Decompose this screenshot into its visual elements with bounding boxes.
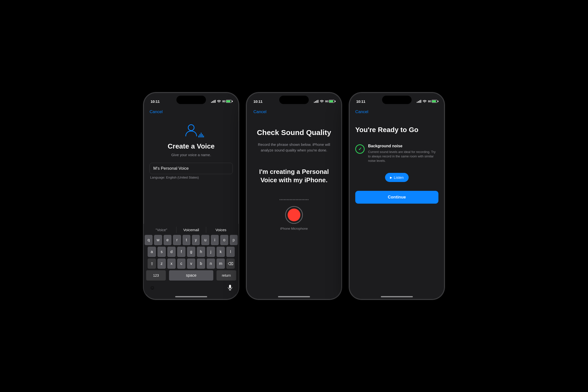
side-button-power bbox=[239, 147, 239, 169]
key-x[interactable]: x bbox=[167, 258, 176, 269]
noise-text-block: Background noise Current sound levels ar… bbox=[368, 144, 438, 163]
status-time-2: 10:11 bbox=[253, 99, 263, 104]
key-o[interactable]: o bbox=[220, 235, 228, 245]
side-button-vol-down bbox=[143, 162, 144, 178]
audio-waveform bbox=[279, 199, 309, 200]
key-c[interactable]: c bbox=[177, 258, 186, 269]
key-w[interactable]: w bbox=[154, 235, 162, 245]
key-return[interactable]: return bbox=[217, 270, 236, 280]
key-v[interactable]: v bbox=[187, 258, 195, 269]
check-sound-title: Check Sound Quality bbox=[257, 128, 331, 137]
listen-label: Listen bbox=[394, 175, 403, 180]
key-a[interactable]: a bbox=[148, 247, 156, 257]
phone2-frame: 10:11 80 bbox=[246, 92, 342, 300]
key-shift[interactable]: ⇧ bbox=[148, 258, 156, 269]
play-icon: ▶ bbox=[390, 176, 392, 179]
key-p[interactable]: p bbox=[230, 235, 238, 245]
autocomplete-row: "Voice" Voicemail Voices bbox=[145, 226, 238, 235]
check-sound-subtitle: Record the phrase shown below. iPhone wi… bbox=[253, 142, 335, 153]
phone3-screen: Cancel You're Ready to Go ✓ Background n… bbox=[349, 106, 444, 208]
home-indicator-2 bbox=[278, 296, 310, 297]
create-voice-subtitle: Give your voice a name. bbox=[171, 153, 211, 157]
key-s[interactable]: s bbox=[158, 247, 166, 257]
key-q[interactable]: q bbox=[145, 235, 153, 245]
phone1-frame: 10:11 80 bbox=[143, 92, 239, 300]
battery-icon-1: 80 bbox=[222, 100, 232, 103]
autocomplete-voice-quoted[interactable]: "Voice" bbox=[147, 227, 176, 233]
key-h[interactable]: h bbox=[197, 247, 205, 257]
wifi-icon-2 bbox=[320, 99, 324, 103]
ready-title: You're Ready to Go bbox=[355, 126, 418, 134]
key-e[interactable]: e bbox=[164, 235, 172, 245]
record-button[interactable] bbox=[285, 206, 303, 224]
listen-button[interactable]: ▶ Listen bbox=[385, 173, 408, 182]
phone3-mute bbox=[349, 132, 349, 141]
phone3-frame: 10:11 80 bbox=[349, 92, 445, 300]
wifi-icon-1 bbox=[217, 99, 221, 103]
phone3-vol-down bbox=[349, 162, 349, 178]
person-icon bbox=[184, 123, 199, 138]
key-123[interactable]: 123 bbox=[146, 270, 166, 280]
key-mic[interactable] bbox=[225, 282, 235, 293]
record-button-area: iPhone Microphone bbox=[280, 206, 308, 230]
kb-row-4: 123 space return bbox=[145, 270, 238, 280]
key-space[interactable]: space bbox=[169, 270, 213, 280]
autocomplete-voices[interactable]: Voices bbox=[206, 227, 236, 233]
status-icons-3: 80 bbox=[417, 99, 437, 103]
status-icons-1: 80 bbox=[211, 99, 232, 103]
phone3-vol-up bbox=[349, 144, 349, 160]
phone1-screen: Cancel Create a Voice Give your voice a … bbox=[144, 106, 239, 189]
key-emoji[interactable]: ☺ bbox=[147, 282, 158, 293]
cancel-button-2[interactable]: Cancel bbox=[253, 110, 266, 114]
dynamic-island-1 bbox=[176, 96, 206, 104]
noise-desc: Current sound levels are ideal for recor… bbox=[368, 150, 438, 163]
record-inner-dot bbox=[288, 208, 300, 221]
keyboard[interactable]: "Voice" Voicemail Voices q w e r t y u i… bbox=[144, 224, 239, 294]
cancel-button-1[interactable]: Cancel bbox=[150, 110, 163, 114]
status-time-1: 10:11 bbox=[151, 99, 160, 104]
key-u[interactable]: u bbox=[201, 235, 209, 245]
wifi-icon-3 bbox=[423, 99, 427, 103]
key-i[interactable]: i bbox=[211, 235, 219, 245]
home-indicator-1 bbox=[175, 296, 207, 297]
key-g[interactable]: g bbox=[187, 247, 195, 257]
side-button-vol-up bbox=[143, 144, 144, 160]
battery-icon-2: 80 bbox=[325, 100, 335, 103]
key-y[interactable]: y bbox=[192, 235, 200, 245]
svg-rect-1 bbox=[229, 285, 231, 288]
continue-button[interactable]: Continue bbox=[355, 191, 438, 204]
key-k[interactable]: k bbox=[217, 247, 225, 257]
create-voice-title: Create a Voice bbox=[168, 142, 215, 150]
phones-container: 10:11 80 bbox=[143, 92, 445, 300]
key-m[interactable]: m bbox=[217, 258, 225, 269]
voice-icon-area bbox=[184, 123, 199, 138]
home-indicator-3 bbox=[381, 296, 413, 297]
autocomplete-voicemail[interactable]: Voicemail bbox=[176, 227, 206, 233]
sound-waves-icon bbox=[198, 132, 204, 138]
phone2-vol-down bbox=[246, 162, 247, 178]
key-d[interactable]: d bbox=[167, 247, 176, 257]
voice-name-input[interactable]: M's Personal Voice bbox=[150, 163, 233, 174]
key-r[interactable]: r bbox=[173, 235, 181, 245]
phone2-mute bbox=[246, 132, 247, 141]
signal-icon-2 bbox=[314, 100, 318, 103]
recording-phrase: I'm creating a Personal Voice with my iP… bbox=[253, 168, 335, 184]
kb-row-2: a s d f g h j k l bbox=[145, 247, 238, 257]
phone2-screen: Cancel Check Sound Quality Record the ph… bbox=[247, 106, 341, 240]
mic-label: iPhone Microphone bbox=[280, 227, 308, 230]
key-t[interactable]: t bbox=[183, 235, 190, 245]
key-l[interactable]: l bbox=[226, 247, 235, 257]
key-delete[interactable]: ⌫ bbox=[226, 258, 235, 269]
key-f[interactable]: f bbox=[177, 247, 186, 257]
key-n[interactable]: n bbox=[207, 258, 215, 269]
key-z[interactable]: z bbox=[158, 258, 166, 269]
status-time-3: 10:11 bbox=[356, 99, 365, 104]
key-b[interactable]: b bbox=[197, 258, 205, 269]
side-button-mute bbox=[143, 132, 144, 141]
cancel-button-3[interactable]: Cancel bbox=[355, 110, 368, 114]
checkmark-icon: ✓ bbox=[358, 146, 362, 152]
phone3-power bbox=[444, 147, 445, 169]
key-j[interactable]: j bbox=[207, 247, 215, 257]
battery-icon-3: 80 bbox=[428, 100, 437, 103]
language-label: Language: English (United States) bbox=[150, 176, 199, 179]
